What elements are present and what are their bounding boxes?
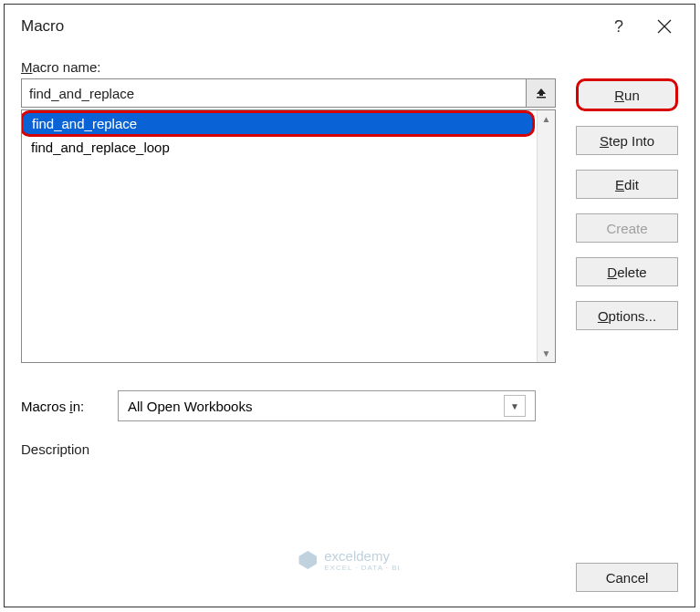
main-row: find_and_replace find_and_replace_loop ▲… <box>21 78 678 363</box>
macro-dialog: Macro ? Macro name: find_and_replace fin… <box>4 4 695 607</box>
run-button[interactable]: Run <box>576 78 678 111</box>
go-to-location-button[interactable] <box>527 78 556 108</box>
list-item[interactable]: find_and_replace_loop <box>22 137 537 158</box>
watermark-subtext: EXCEL · DATA · BI <box>324 564 401 572</box>
chevron-down-icon: ▼ <box>504 395 526 417</box>
watermark: exceldemy EXCEL · DATA · BI <box>298 548 401 572</box>
cancel-button[interactable]: Cancel <box>576 563 678 592</box>
watermark-text: exceldemy <box>324 548 401 564</box>
name-input-row <box>21 78 556 108</box>
macros-in-row: Macros in: All Open Workbooks ▼ <box>21 390 678 421</box>
button-column: Run Step Into Edit Create Delete Options… <box>576 78 678 363</box>
close-button[interactable] <box>642 8 687 45</box>
watermark-logo-icon <box>298 551 317 569</box>
list-scrollbar[interactable]: ▲ ▼ <box>537 110 555 362</box>
scroll-down-icon: ▼ <box>542 348 551 358</box>
svg-rect-2 <box>537 97 546 99</box>
macro-list-box: find_and_replace find_and_replace_loop ▲… <box>21 109 556 363</box>
macros-in-dropdown[interactable]: All Open Workbooks ▼ <box>118 390 536 421</box>
left-column: find_and_replace find_and_replace_loop ▲… <box>21 78 556 363</box>
cancel-wrap: Cancel <box>576 563 678 592</box>
edit-button[interactable]: Edit <box>576 170 678 199</box>
help-button[interactable]: ? <box>596 8 642 45</box>
dialog-title: Macro <box>21 17 596 36</box>
scroll-up-icon: ▲ <box>542 114 551 124</box>
arrow-up-icon <box>535 87 548 99</box>
description-label: Description <box>21 441 678 457</box>
list-item[interactable]: find_and_replace <box>22 110 535 137</box>
delete-button[interactable]: Delete <box>576 257 678 286</box>
dropdown-value: All Open Workbooks <box>128 399 252 414</box>
step-into-button[interactable]: Step Into <box>576 126 678 155</box>
dialog-body: Macro name: find_and_replace find_and_re… <box>21 59 678 594</box>
macro-name-input[interactable] <box>21 78 527 108</box>
create-button: Create <box>576 213 678 243</box>
title-bar: Macro ? <box>5 5 695 48</box>
macros-in-label: Macros in: <box>21 399 105 414</box>
close-icon <box>657 19 672 34</box>
help-icon: ? <box>614 17 623 36</box>
options-button[interactable]: Options... <box>576 301 678 330</box>
macro-list[interactable]: find_and_replace find_and_replace_loop <box>22 110 537 362</box>
macro-name-label: Macro name: <box>21 59 678 75</box>
